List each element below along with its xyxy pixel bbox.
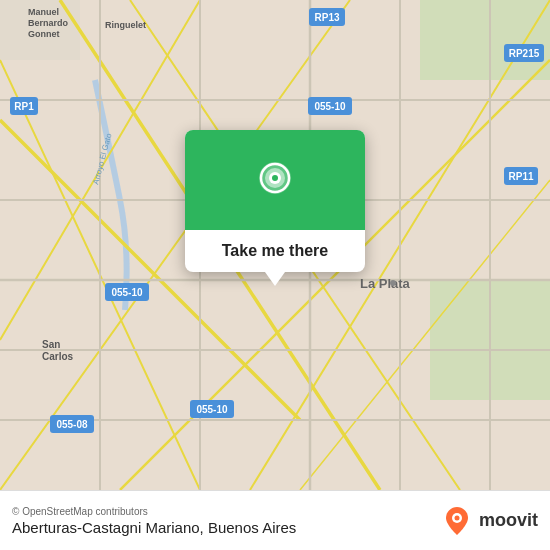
moovit-icon [441, 505, 473, 537]
location-name: Aberturas-Castagni Mariano, Buenos Aires [12, 519, 296, 536]
svg-text:RP215: RP215 [509, 48, 540, 59]
svg-text:Manuel: Manuel [28, 7, 59, 17]
popup-header [185, 130, 365, 230]
location-info: © OpenStreetMap contributors Aberturas-C… [12, 506, 296, 536]
popup-action[interactable]: Take me there [185, 230, 365, 272]
osm-attribution: © OpenStreetMap contributors [12, 506, 296, 517]
svg-text:Ringuelet: Ringuelet [105, 20, 146, 30]
svg-text:La Plata: La Plata [360, 276, 411, 291]
svg-text:Bernardo: Bernardo [28, 18, 69, 28]
svg-point-54 [454, 515, 459, 520]
location-popup: Take me there [185, 130, 365, 272]
bottom-bar: © OpenStreetMap contributors Aberturas-C… [0, 490, 550, 550]
svg-text:Carlos: Carlos [42, 351, 74, 362]
svg-point-44 [390, 280, 396, 286]
location-pin-icon [253, 158, 297, 202]
svg-text:RP11: RP11 [508, 171, 533, 182]
svg-text:055-08: 055-08 [56, 419, 88, 430]
svg-text:RP1: RP1 [14, 101, 34, 112]
map-view: RP13 RP215 RP1 055-10 RP11 055-10 055-10… [0, 0, 550, 490]
svg-text:055-10: 055-10 [314, 101, 346, 112]
svg-rect-1 [420, 0, 550, 80]
take-me-there-button[interactable]: Take me there [222, 242, 328, 260]
svg-text:055-10: 055-10 [111, 287, 143, 298]
svg-point-51 [272, 175, 278, 181]
svg-text:Gonnet: Gonnet [28, 29, 60, 39]
moovit-logo: moovit [441, 505, 538, 537]
svg-text:RP13: RP13 [314, 12, 339, 23]
moovit-text: moovit [479, 510, 538, 531]
svg-text:055-10: 055-10 [196, 404, 228, 415]
svg-text:San: San [42, 339, 60, 350]
